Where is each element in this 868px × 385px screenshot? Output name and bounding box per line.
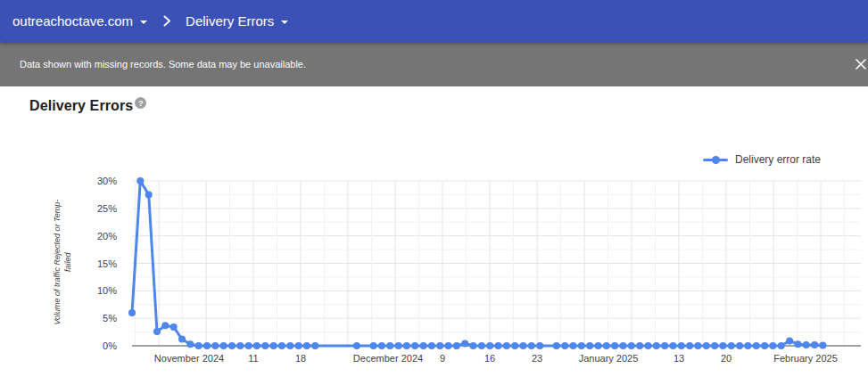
help-icon[interactable]: ? (135, 97, 146, 109)
data-point[interactable] (578, 342, 585, 349)
breadcrumb-chevron-icon (163, 15, 171, 27)
data-point[interactable] (603, 342, 610, 349)
x-tick-label: February 2025 (752, 353, 859, 364)
data-point[interactable] (370, 342, 377, 349)
data-point[interactable] (753, 342, 760, 349)
data-point[interactable] (236, 342, 244, 349)
page-title-row: Delivery Errors ? (29, 98, 146, 114)
y-tick-label: 5% (54, 313, 117, 324)
data-point[interactable] (353, 342, 360, 349)
data-point[interactable] (286, 342, 293, 349)
data-point[interactable] (186, 340, 194, 348)
data-point[interactable] (670, 342, 677, 349)
domain-selector[interactable]: outreachoctave.com (12, 13, 147, 29)
data-point[interactable] (561, 342, 568, 349)
data-point[interactable] (303, 342, 310, 349)
data-point[interactable] (228, 342, 236, 349)
data-point[interactable] (678, 342, 685, 349)
data-point[interactable] (628, 342, 635, 349)
page-title: Delivery Errors (29, 98, 133, 114)
data-point[interactable] (528, 342, 535, 349)
data-point[interactable] (195, 342, 203, 349)
data-point[interactable] (453, 342, 460, 349)
data-point[interactable] (253, 342, 260, 349)
data-point[interactable] (761, 342, 768, 349)
data-point[interactable] (170, 324, 178, 331)
data-point[interactable] (744, 342, 751, 349)
data-point[interactable] (203, 342, 211, 349)
data-point[interactable] (711, 342, 718, 349)
dropdown-caret-icon (140, 20, 147, 24)
data-point[interactable] (520, 342, 527, 349)
data-point[interactable] (819, 341, 826, 348)
data-point[interactable] (595, 342, 602, 349)
data-point[interactable] (428, 342, 435, 349)
data-point[interactable] (411, 342, 418, 349)
data-point[interactable] (245, 342, 252, 349)
data-point[interactable] (136, 177, 144, 184)
data-point[interactable] (311, 342, 318, 349)
report-selector[interactable]: Delivery Errors (186, 13, 288, 29)
data-point[interactable] (445, 342, 452, 349)
data-point[interactable] (378, 342, 385, 349)
data-point[interactable] (620, 342, 627, 349)
dropdown-caret-icon (281, 20, 288, 24)
data-point[interactable] (220, 342, 227, 349)
data-point[interactable] (694, 342, 701, 349)
data-point[interactable] (511, 342, 518, 349)
data-point[interactable] (728, 342, 735, 349)
data-point[interactable] (794, 340, 801, 348)
data-point[interactable] (719, 342, 726, 349)
data-point[interactable] (653, 342, 660, 349)
notification-bar: Data shown with missing records. Some da… (0, 42, 868, 86)
data-point[interactable] (586, 342, 593, 349)
data-point[interactable] (295, 342, 302, 349)
data-point[interactable] (495, 342, 502, 349)
data-point[interactable] (645, 342, 652, 349)
data-point[interactable] (486, 342, 493, 349)
data-point[interactable] (553, 342, 560, 349)
data-point[interactable] (503, 342, 510, 349)
y-tick-label: 15% (54, 258, 117, 269)
data-point[interactable] (261, 342, 269, 349)
data-point[interactable] (395, 342, 402, 349)
y-tick-label: 25% (54, 203, 117, 214)
data-point[interactable] (611, 342, 618, 349)
data-point[interactable] (128, 309, 136, 316)
data-point[interactable] (461, 340, 468, 348)
data-point[interactable] (403, 342, 410, 349)
data-point[interactable] (636, 342, 643, 349)
data-point[interactable] (478, 342, 485, 349)
y-tick-label: 0% (54, 340, 117, 351)
report-selector-label: Delivery Errors (186, 13, 274, 29)
notification-close-button[interactable] (855, 55, 868, 73)
app-header-bar: outreachoctave.com Delivery Errors (0, 0, 868, 42)
data-point[interactable] (736, 342, 743, 349)
data-point[interactable] (686, 342, 693, 349)
data-point[interactable] (703, 342, 710, 349)
data-point[interactable] (145, 191, 153, 198)
data-point[interactable] (786, 337, 793, 344)
notification-message: Data shown with missing records. Some da… (20, 59, 306, 70)
chart-canvas[interactable] (0, 134, 868, 356)
domain-selector-label: outreachoctave.com (12, 13, 133, 29)
data-point[interactable] (278, 342, 285, 349)
data-point[interactable] (778, 342, 785, 349)
data-point[interactable] (161, 322, 169, 329)
data-point[interactable] (803, 341, 810, 348)
y-tick-label: 20% (54, 231, 117, 242)
data-point[interactable] (420, 342, 427, 349)
data-point[interactable] (536, 342, 543, 349)
data-point[interactable] (436, 342, 443, 349)
data-point[interactable] (270, 342, 277, 349)
data-point[interactable] (153, 328, 161, 335)
data-point[interactable] (570, 342, 577, 349)
data-point[interactable] (811, 341, 818, 348)
data-point[interactable] (661, 342, 668, 349)
data-point[interactable] (211, 342, 219, 349)
data-point[interactable] (178, 336, 186, 343)
delivery-errors-chart: Delivery error rate Volume of traffic Re… (0, 134, 868, 385)
data-point[interactable] (470, 342, 477, 349)
data-point[interactable] (386, 342, 393, 349)
data-point[interactable] (769, 342, 776, 349)
